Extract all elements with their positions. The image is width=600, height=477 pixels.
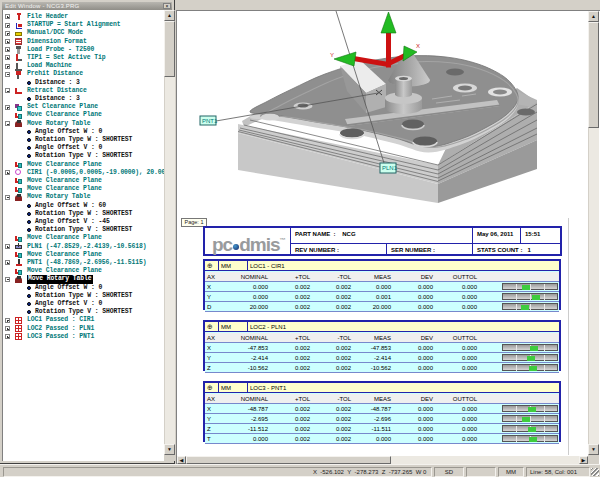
svg-text:PNT1: PNT1 [202,118,218,124]
svg-text:PLN1: PLN1 [382,165,398,171]
svg-text:X: X [416,43,420,49]
svg-text:Y: Y [330,52,334,58]
